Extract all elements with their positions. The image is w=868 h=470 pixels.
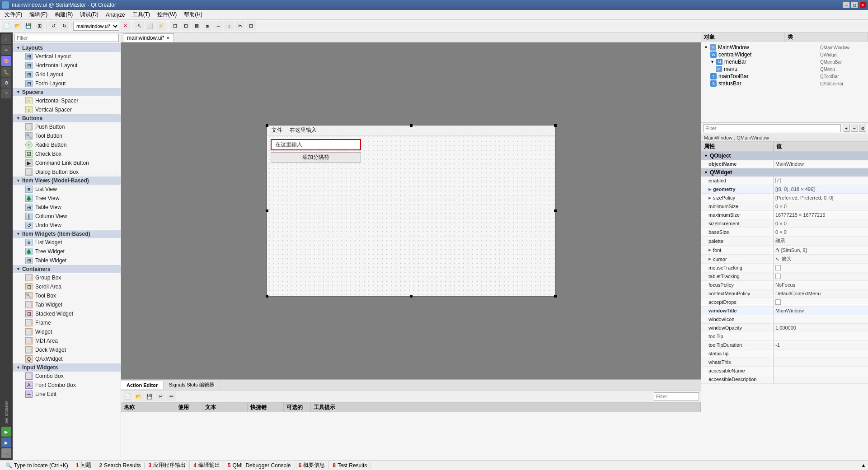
undo-button[interactable]: ↺: [48, 21, 58, 31]
menu-analyze[interactable]: Analyze: [102, 11, 129, 19]
menu-debug[interactable]: 调试(D): [76, 10, 102, 19]
new-button[interactable]: 📄: [2, 21, 12, 31]
section-containers[interactable]: ▼ Containers: [13, 265, 121, 273]
widget-dialog-button-box[interactable]: ⬜ Dialog Button Box: [13, 168, 121, 177]
prop-acceptdrops-value[interactable]: [774, 298, 868, 306]
prop-sizepolicy-label[interactable]: sizePolicy: [701, 194, 774, 202]
tree-row-menubar[interactable]: ▼ M menuBar QMenuBar: [703, 58, 866, 65]
widget-qax-widget[interactable]: Q QAxWidget: [13, 354, 121, 363]
prop-geometry-label[interactable]: geometry: [701, 185, 774, 193]
redo-button[interactable]: ↻: [59, 21, 69, 31]
widget-tool-button[interactable]: 🔧 Tool Button: [13, 131, 121, 140]
prop-mousetracking-value[interactable]: [774, 264, 868, 272]
section-input-widgets[interactable]: ▼ Input Widgets: [13, 363, 121, 372]
maximize-button[interactable]: □: [851, 2, 858, 8]
layout-h2-button[interactable]: ↔: [213, 21, 223, 31]
handle-bl[interactable]: [266, 295, 268, 298]
widget-vertical-layout[interactable]: ⊞ Vertical Layout: [13, 52, 121, 61]
edit-icon[interactable]: ✏: [1, 45, 11, 55]
widget-push-button[interactable]: ⬜ Push Button: [13, 122, 121, 131]
menu-edit[interactable]: 编辑(E): [26, 10, 51, 19]
status-qml-debugger[interactable]: 5 QML Debugger Console: [224, 462, 295, 469]
handle-tr[interactable]: [554, 124, 557, 127]
tab-action-editor[interactable]: Action Editor: [121, 381, 164, 389]
widget-vertical-spacer[interactable]: ↕ Vertical Spacer: [13, 105, 121, 114]
run-button[interactable]: ▶: [1, 427, 11, 437]
prop-font-label[interactable]: font: [701, 246, 774, 254]
open-button[interactable]: 📂: [13, 21, 23, 31]
status-test-results[interactable]: 8 Test Results: [329, 462, 371, 469]
handle-bc[interactable]: [410, 295, 413, 298]
mousetracking-checkbox[interactable]: [775, 265, 781, 270]
tab-signals-slots[interactable]: Signals Slots 编辑器: [164, 380, 220, 390]
layout-v2-button[interactable]: ↕: [224, 21, 234, 31]
build-button[interactable]: 🔨: [1, 448, 11, 458]
layout-h-button[interactable]: ⊟: [170, 21, 180, 31]
status-search-input[interactable]: 🔍 Type to locate (Ctrl+K): [2, 462, 72, 469]
design-canvas[interactable]: 文件 在这里输入 在这里输入 添加分隔符: [267, 125, 556, 297]
help-sidebar-icon[interactable]: ?: [1, 88, 11, 98]
widget-list-widget[interactable]: ≡ List Widget: [13, 238, 121, 247]
tree-row-mainwindow[interactable]: ▼ M MainWindow QMainWindow: [703, 44, 866, 51]
prop-tablettracking-value[interactable]: [774, 272, 868, 280]
menu-file[interactable]: 文件(F): [1, 10, 26, 19]
handle-tc[interactable]: [410, 124, 413, 127]
action-save-btn[interactable]: 💾: [145, 391, 155, 401]
widget-tool-box[interactable]: 🔧 Tool Box: [13, 291, 121, 300]
projects-icon[interactable]: ⚙: [1, 78, 11, 88]
widget-command-link-button[interactable]: ▶ Command Link Button: [13, 158, 121, 168]
handle-tl[interactable]: [266, 124, 268, 127]
tree-row-centralwidget[interactable]: W centralWidget QWidget: [703, 51, 866, 58]
widget-table-view[interactable]: ⊞ Table View: [13, 203, 121, 212]
enabled-checkbox[interactable]: [775, 178, 781, 183]
menu-help[interactable]: 帮助(H): [180, 10, 206, 19]
save-button[interactable]: 💾: [23, 21, 33, 31]
widget-column-view[interactable]: ∥ Column View: [13, 212, 121, 221]
layout-v-button[interactable]: ⊞: [181, 21, 191, 31]
widget-stacked-widget[interactable]: ⊞ Stacked Widget: [13, 309, 121, 318]
section-buttons[interactable]: ▼ Buttons: [13, 114, 121, 122]
widget-font-combo-box[interactable]: A Font Combo Box: [13, 381, 121, 390]
tree-row-menu[interactable]: M menu QMenu: [703, 65, 866, 73]
widget-undo-view[interactable]: ↺ Undo View: [13, 221, 121, 230]
status-up-icon[interactable]: ▲: [861, 462, 866, 469]
canvas-menu-file[interactable]: 文件: [268, 126, 286, 135]
props-add-btn[interactable]: +: [843, 125, 850, 132]
menu-widgets[interactable]: 控件(W): [154, 10, 180, 19]
action-delete-btn[interactable]: ✂: [155, 391, 165, 401]
layout-grid-button[interactable]: ⊠: [192, 21, 202, 31]
menu-build[interactable]: 构建(B): [51, 10, 76, 19]
prop-enabled-value[interactable]: [774, 177, 868, 185]
connection-editor-button[interactable]: ⚡: [156, 21, 166, 31]
widget-group-box[interactable]: ⬜ Group Box: [13, 273, 121, 282]
widget-radio-button[interactable]: ○ Radio Button: [13, 140, 121, 149]
acceptdrops-checkbox[interactable]: [775, 299, 781, 305]
widget-frame[interactable]: ⬜ Frame: [13, 318, 121, 327]
widget-filter-input[interactable]: [14, 34, 119, 42]
section-layouts[interactable]: ▼ Layouts: [13, 44, 121, 52]
save-all-button[interactable]: ⊞: [34, 21, 44, 31]
action-edit-btn[interactable]: ✏: [166, 391, 176, 401]
status-problems[interactable]: 1 问题: [72, 461, 96, 469]
canvas-add-separator-btn[interactable]: 添加分隔符: [271, 152, 361, 163]
section-spacers[interactable]: ▼ Spacers: [13, 88, 121, 96]
widget-table-widget[interactable]: ⊞ Table Widget: [13, 256, 121, 265]
handle-ml[interactable]: [266, 209, 268, 212]
tree-row-maintoolbar[interactable]: T mainToolBar QToolBar: [703, 73, 866, 80]
props-section-qobject[interactable]: ▼ QObject: [701, 152, 868, 160]
pointer-tool-button[interactable]: ↖: [134, 21, 144, 31]
props-settings-btn[interactable]: ⚙: [859, 125, 866, 132]
widget-horizontal-layout[interactable]: ⊟ Horizontal Layout: [13, 61, 121, 70]
prop-objectname-value[interactable]: MainWindow: [774, 160, 868, 168]
widget-list-view[interactable]: ≡ List View: [13, 185, 121, 194]
tablettracking-checkbox[interactable]: [775, 274, 781, 279]
widget-grid-layout[interactable]: ⊞ Grid Layout: [13, 70, 121, 79]
status-search-results[interactable]: 2 Search Results: [95, 462, 145, 469]
handle-br[interactable]: [554, 295, 557, 298]
tree-row-statusbar[interactable]: S statusBar QStatusBar: [703, 80, 866, 87]
widget-widget[interactable]: ⬜ Widget: [13, 327, 121, 336]
canvas-tab-main[interactable]: mainwindow.ui* ✕: [123, 33, 174, 42]
canvas-tab-close[interactable]: ✕: [166, 36, 170, 40]
file-select[interactable]: mainwindow.ui*: [73, 22, 119, 31]
minimize-button[interactable]: ─: [843, 2, 850, 8]
